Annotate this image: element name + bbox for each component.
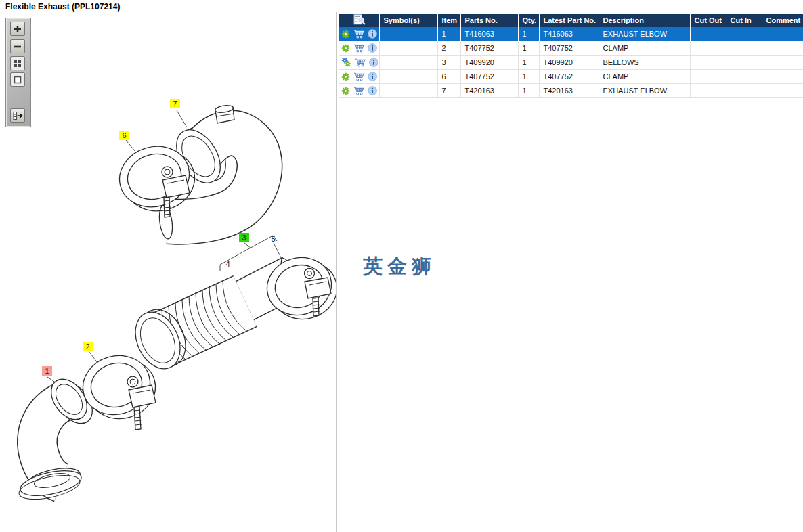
callout-7[interactable]: 7	[170, 99, 180, 108]
info-icon[interactable]	[368, 43, 377, 53]
cell-symbols	[379, 41, 437, 56]
cell-qty: 1	[518, 41, 539, 56]
cell-comment	[762, 56, 803, 70]
cell-cut-out	[690, 27, 726, 41]
table-row[interactable]: 3 T409920 1 T409920 BELLOWS	[339, 56, 803, 70]
parts-catalog-window: Flexible Exhaust (PPL107214)	[0, 0, 803, 532]
cell-description: EXHAUST ELBOW	[599, 27, 690, 41]
table-row[interactable]: 6 T407752 1 T407752 CLAMP	[339, 70, 803, 84]
diagram-pane[interactable]: 1 2 3 4 5 6 7	[0, 12, 337, 532]
callout-6[interactable]: 6	[119, 131, 129, 140]
cell-cut-in	[726, 41, 762, 56]
cell-item: 1	[437, 27, 460, 41]
gear-icon[interactable]	[341, 72, 350, 81]
cell-qty: 1	[518, 70, 539, 84]
table-header-row: Symbol(s) Item Parts No. Qty. Latest Par…	[339, 14, 803, 27]
gear-icon[interactable]	[341, 30, 350, 39]
exhaust-diagram	[0, 12, 337, 532]
table-row[interactable]: 7 T420163 1 T420163 EXHAUST ELBOW	[339, 84, 803, 98]
callout-3[interactable]: 3	[239, 233, 249, 242]
cell-item: 3	[437, 56, 460, 70]
col-parts-no: Parts No.	[460, 14, 518, 27]
col-description: Description	[599, 14, 690, 27]
cell-parts-no: T420163	[460, 84, 518, 98]
cell-comment	[762, 41, 803, 56]
cart-icon[interactable]	[353, 29, 364, 39]
cell-cut-in	[726, 27, 762, 41]
pane-divider	[336, 12, 337, 532]
clamp-5-drawing[interactable]	[260, 250, 337, 326]
parts-table: Symbol(s) Item Parts No. Qty. Latest Par…	[339, 14, 803, 98]
double-gear-icon[interactable]	[341, 58, 351, 67]
cell-cut-in	[726, 84, 762, 98]
cell-description: CLAMP	[599, 41, 690, 56]
watermark: 英金狮	[363, 253, 436, 280]
cell-cut-out	[690, 56, 726, 70]
cell-latest-part-no: T416063	[539, 27, 599, 41]
table-row[interactable]: 2 T407752 1 T407752 CLAMP	[339, 41, 803, 56]
cell-symbols	[379, 70, 437, 84]
cell-symbols	[379, 27, 437, 41]
info-icon[interactable]	[369, 58, 378, 67]
cell-comment	[762, 27, 803, 41]
cell-cut-out	[690, 70, 726, 84]
cell-symbols	[379, 56, 437, 70]
cell-qty: 1	[518, 56, 539, 70]
cart-icon[interactable]	[353, 43, 364, 53]
info-icon[interactable]	[368, 72, 377, 81]
preview-column-header	[339, 14, 379, 27]
cart-icon[interactable]	[353, 72, 364, 81]
cell-cut-out	[690, 41, 726, 56]
cell-latest-part-no: T407752	[539, 70, 599, 84]
cell-latest-part-no: T407752	[539, 41, 599, 56]
document-magnifier-icon	[351, 14, 366, 25]
gear-icon[interactable]	[341, 44, 350, 53]
cell-latest-part-no: T420163	[539, 84, 599, 98]
cell-symbols	[379, 84, 437, 98]
cell-comment	[762, 70, 803, 84]
gear-icon[interactable]	[341, 87, 350, 95]
cell-description: CLAMP	[599, 70, 690, 84]
table-row[interactable]: 1 T416063 1 T416063 EXHAUST ELBOW	[339, 27, 803, 41]
callout-5[interactable]: 5	[268, 234, 278, 244]
cell-item: 2	[437, 41, 460, 56]
page-title: Flexible Exhaust (PPL107214)	[5, 2, 120, 12]
cell-parts-no: T407752	[460, 70, 518, 84]
col-comment: Comment	[762, 14, 803, 27]
col-latest-part-no: Latest Part No.	[539, 14, 599, 27]
col-symbols: Symbol(s)	[379, 14, 437, 27]
cell-parts-no: T416063	[460, 27, 518, 41]
callout-4[interactable]: 4	[223, 259, 233, 269]
cell-parts-no: T409920	[460, 56, 518, 70]
col-cut-in: Cut In	[726, 14, 762, 27]
cell-cut-in	[726, 70, 762, 84]
info-icon[interactable]	[368, 86, 377, 95]
cell-qty: 1	[518, 84, 539, 98]
cell-item: 6	[437, 70, 460, 84]
col-qty: Qty.	[518, 14, 539, 27]
col-cut-out: Cut Out	[690, 14, 726, 27]
callout-1[interactable]: 1	[42, 366, 52, 376]
cell-qty: 1	[518, 27, 539, 41]
col-item: Item	[437, 14, 460, 27]
cell-description: BELLOWS	[599, 56, 690, 70]
cart-icon[interactable]	[353, 86, 364, 95]
cell-comment	[762, 84, 803, 98]
callout-2[interactable]: 2	[83, 342, 93, 351]
cell-cut-out	[690, 84, 726, 98]
info-icon[interactable]	[368, 29, 377, 39]
cell-description: EXHAUST ELBOW	[599, 84, 690, 98]
cell-parts-no: T407752	[460, 41, 518, 56]
cell-cut-in	[726, 56, 762, 70]
cell-latest-part-no: T409920	[539, 56, 599, 70]
cell-item: 7	[437, 84, 460, 98]
cart-icon[interactable]	[355, 58, 366, 67]
